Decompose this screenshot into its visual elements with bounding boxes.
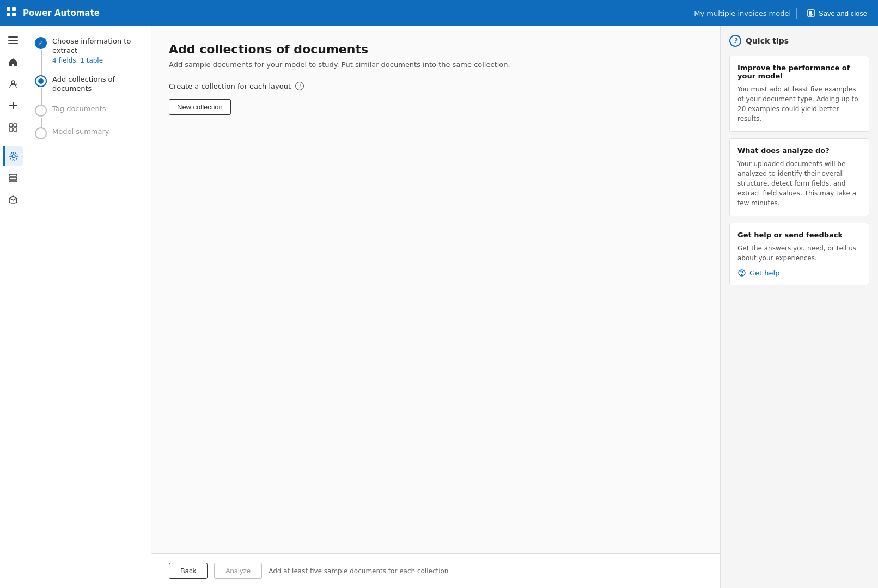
quick-tips-header: ? Quick tips — [729, 35, 869, 47]
analyze-button: Analyze — [214, 563, 262, 579]
svg-rect-10 — [8, 43, 18, 44]
wizard-step-model-summary: Model summary — [35, 127, 142, 139]
step-text-2: Add collections of documents — [52, 75, 142, 94]
main-layout: ✓ Choose information to extract 4 fields… — [0, 26, 878, 588]
nav-create-icon[interactable] — [3, 96, 23, 115]
wizard-step-choose-info: ✓ Choose information to extract 4 fields… — [35, 37, 142, 64]
svg-point-19 — [10, 152, 17, 160]
svg-rect-9 — [8, 40, 18, 41]
collection-label: Create a collection for each layout — [169, 82, 291, 90]
step-title-3: Tag documents — [52, 105, 142, 114]
apps-grid-icon[interactable] — [7, 7, 16, 19]
nav-menu-icon[interactable] — [3, 30, 23, 50]
step-circle-3 — [35, 105, 47, 117]
quick-tips-panel: ? Quick tips Improve the performance of … — [720, 26, 878, 588]
step-circle-4 — [35, 127, 47, 139]
get-help-link[interactable]: Get help — [737, 268, 861, 277]
nav-home-icon[interactable] — [3, 52, 23, 72]
page-subtitle: Add sample documents for your model to s… — [169, 60, 703, 69]
save-close-label: Save and close — [819, 9, 867, 17]
step-title-2: Add collections of documents — [52, 75, 142, 94]
quick-tips-title: Quick tips — [746, 36, 789, 45]
step-circle-2 — [35, 75, 47, 87]
separator — [796, 8, 797, 19]
step-text-3: Tag documents — [52, 105, 142, 114]
topbar-right: My multiple invoices model Save and clos… — [694, 7, 871, 20]
step-title-1: Choose information to extract — [52, 37, 142, 56]
svg-point-29 — [741, 274, 742, 275]
nav-approvals-icon[interactable] — [3, 74, 23, 94]
svg-rect-13 — [9, 105, 17, 106]
bottom-hint: Add at least five sample documents for e… — [269, 567, 448, 575]
step-text-4: Model summary — [52, 127, 142, 137]
tip3-text: Get the answers you need, or tell us abo… — [737, 243, 861, 263]
left-nav — [0, 26, 26, 588]
save-close-button[interactable]: Save and close — [802, 7, 871, 20]
nav-myflows-icon[interactable] — [3, 118, 23, 137]
svg-point-18 — [12, 155, 15, 158]
svg-rect-17 — [14, 128, 17, 131]
tip2-text: Your uploaded documents will be analyzed… — [737, 159, 861, 208]
tip1-title: Improve the performance of your model — [737, 64, 861, 80]
wizard-step-tag-docs: Tag documents — [35, 105, 142, 117]
nav-ai-models-icon[interactable] — [3, 146, 23, 166]
quick-tips-icon: ? — [729, 35, 741, 47]
tip3-title: Get help or send feedback — [737, 231, 861, 239]
svg-rect-1 — [12, 7, 16, 11]
svg-rect-14 — [9, 124, 13, 127]
tip-card-3: Get help or send feedback Get the answer… — [729, 223, 869, 285]
nav-learn-icon[interactable] — [3, 190, 23, 210]
tip2-title: What does analyze do? — [737, 146, 861, 155]
collection-label-row: Create a collection for each layout i — [169, 82, 703, 90]
wizard-step-add-collections: Add collections of documents — [35, 75, 142, 94]
new-collection-button[interactable]: New collection — [169, 99, 231, 115]
content-body: Add collections of documents Add sample … — [151, 26, 720, 553]
svg-rect-25 — [9, 177, 17, 180]
page-title: Add collections of documents — [169, 42, 703, 56]
step-text-1: Choose information to extract 4 fields, … — [52, 37, 142, 64]
topbar: Power Automate My multiple invoices mode… — [0, 0, 878, 26]
svg-rect-16 — [9, 128, 13, 131]
svg-rect-0 — [7, 7, 10, 11]
tip-card-2: What does analyze do? Your uploaded docu… — [729, 138, 869, 216]
svg-rect-24 — [9, 174, 17, 176]
nav-divider — [7, 142, 20, 142]
nav-data-icon[interactable] — [3, 168, 23, 188]
svg-rect-5 — [809, 11, 812, 14]
back-button[interactable]: Back — [169, 563, 208, 579]
svg-point-11 — [11, 81, 15, 84]
svg-rect-8 — [8, 36, 18, 38]
svg-rect-26 — [9, 181, 17, 182]
step-title-4: Model summary — [52, 127, 142, 137]
tip-card-1: Improve the performance of your model Yo… — [729, 56, 869, 132]
tip1-text: You must add at least five examples of y… — [737, 84, 861, 124]
get-help-label: Get help — [749, 269, 779, 277]
info-icon[interactable]: i — [295, 82, 304, 90]
step-circle-1: ✓ — [35, 37, 47, 49]
content-area: Add collections of documents Add sample … — [151, 26, 720, 588]
model-name: My multiple invoices model — [694, 9, 791, 17]
wizard-panel: ✓ Choose information to extract 4 fields… — [26, 26, 151, 588]
step-subtitle-1: 4 fields, 1 table — [52, 57, 142, 64]
bottom-bar: Back Analyze Add at least five sample do… — [151, 553, 720, 588]
svg-rect-3 — [12, 13, 16, 16]
svg-rect-15 — [14, 124, 17, 127]
app-title: Power Automate — [23, 8, 100, 18]
svg-rect-2 — [7, 13, 10, 16]
